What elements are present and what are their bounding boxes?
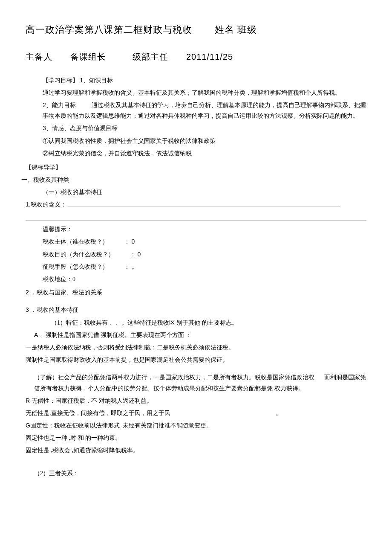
tip-1: 税收主体（谁在收税？） ： 0 xyxy=(43,236,366,247)
goal-3-number: 3、情感、态度与价值观目标 xyxy=(43,123,366,134)
preparer-label: 主备人 xyxy=(26,52,52,61)
tip-3-sep: ： xyxy=(124,264,130,270)
goal-3-text-1: ①认同我国税收的性质，拥护社会主义国家关于税收的法律和政策 xyxy=(43,136,366,146)
item-3-a-line2: 强制性是国家取得财政收入的基本前提，也是国家满足社会公共需要的保证。 xyxy=(26,355,366,365)
document-subtitle: 主备人 备课组长 级部主任 2011/11/25 xyxy=(26,49,366,64)
item-3-a-line1: 一是纳税人必须依法纳税，否则将受到法律制裁；二是税务机关必须依法征税。 xyxy=(26,342,366,353)
item-3-2: （2）三者关系： xyxy=(34,468,366,479)
goal-1-text: 通过学习要理解和掌握税收的含义、基本特征及其关系；了解我国的税种分类，理解和掌握… xyxy=(43,87,366,98)
item-3-g: G固定性：税收在征收前以法律形式 ,未经有关部门批准不能随意变更。 xyxy=(26,420,366,431)
title-class-label: 班级 xyxy=(237,24,257,35)
item-1-line: 1.税收的含义： xyxy=(26,199,366,210)
item-1-label: 1.税收的含义： xyxy=(26,201,66,208)
tip-1-sep: ： xyxy=(124,238,130,245)
document-title: 高一政治学案第八课第二框财政与税收 姓名 班级 xyxy=(26,21,366,38)
item-3-r-line1-text: 无偿性是,直接无偿，间接有偿，即取之于民，用之于民 xyxy=(26,410,170,416)
guide-label: 【课标导学】 xyxy=(26,162,366,173)
item-3-note: （了解）社会产品的分配凭借两种权力进行，一是国家政治权力，二是所有者权力。税收是… xyxy=(34,374,314,381)
goal-2-line: 2、能力目标 通过税收及其基本特征的学习，培养自己分析、理解基本原理的能力，提高… xyxy=(43,100,366,121)
date-text: 2011/11/25 xyxy=(186,52,233,61)
goal-2-number: 2、能力目标 xyxy=(43,102,76,108)
tip-2-sep: ： xyxy=(130,251,136,258)
tip-3-text: 征税手段（怎么收税？） xyxy=(43,264,108,270)
item-3-r-line1: 无偿性是,直接无偿，间接有偿，即取之于民，用之于民 。 xyxy=(26,408,366,418)
fill-line-full xyxy=(26,212,366,221)
goals-label: 【学习目标】 xyxy=(43,77,78,84)
group-leader-label: 备课组长 xyxy=(70,52,106,61)
item-3-a: AA、强制性是指国家凭借 强制征税。主要表现在两个方面 ： 、强制性是指国家凭借… xyxy=(34,330,366,340)
tip-4: 税收地位：0 xyxy=(43,274,366,285)
tip-1-text: 税收主体（谁在收税？） xyxy=(43,238,108,245)
section-1-1: （一）税收的基本特征 xyxy=(43,187,366,198)
learning-goals-header: 【学习目标】 1、知识目标 xyxy=(43,75,366,86)
item-3: 3 ．税收的基本特征 xyxy=(26,305,366,315)
title-main: 高一政治学案第八课第二框财政与税收 xyxy=(26,24,192,35)
item-3-r: R 无偿性：国家征税后，不 对纳税人返还利益。 xyxy=(26,395,366,406)
item-3-r-end: 。 xyxy=(276,410,282,416)
tip-2-text: 税收目的（为什么收税？） xyxy=(43,251,114,258)
tip-2: 税收目的（为什么收税？） ： 0 xyxy=(43,249,366,260)
item-3-g-line2: 固定性是 ,税收会 ,如通货紧缩时降低税率。 xyxy=(26,445,366,456)
tip-3-val: 。 xyxy=(132,264,138,270)
item-2: 2 ．税收与国家、税法的关系 xyxy=(26,287,366,298)
tip-2-val: 0 xyxy=(138,251,141,258)
goal-1-number: 1、知识目标 xyxy=(80,77,113,84)
item-3-note-wrap: （了解）社会产品的分配凭借两种权力进行，一是国家政治权力，二是所有者权力。税收是… xyxy=(34,372,366,393)
item-3-1: （1）特征：税收具有 、、。这些特征是税收区 别于其他 的主要标志。 xyxy=(51,317,366,328)
grade-director-label: 级部主任 xyxy=(133,52,168,61)
tips-label: 温馨提示： xyxy=(43,224,366,235)
goal-3-text-2: ②树立纳税光荣的信念，并自觉遵守税法，依法诚信纳税 xyxy=(43,148,366,159)
goal-2-text: 通过税收及其基本特征的学习，培养自己分析、理解基本原理的能力，提高自己理解事物内… xyxy=(43,102,366,119)
item-3-g-line1: 固定性也是一种 ,对 和 的一种约束。 xyxy=(26,433,366,443)
title-name-label: 姓名 xyxy=(215,24,234,35)
tip-3: 征税手段（怎么收税？） ： 。 xyxy=(43,262,366,272)
section-1: 一、税收及其种类 xyxy=(21,174,366,185)
tip-1-val: 0 xyxy=(132,238,135,245)
